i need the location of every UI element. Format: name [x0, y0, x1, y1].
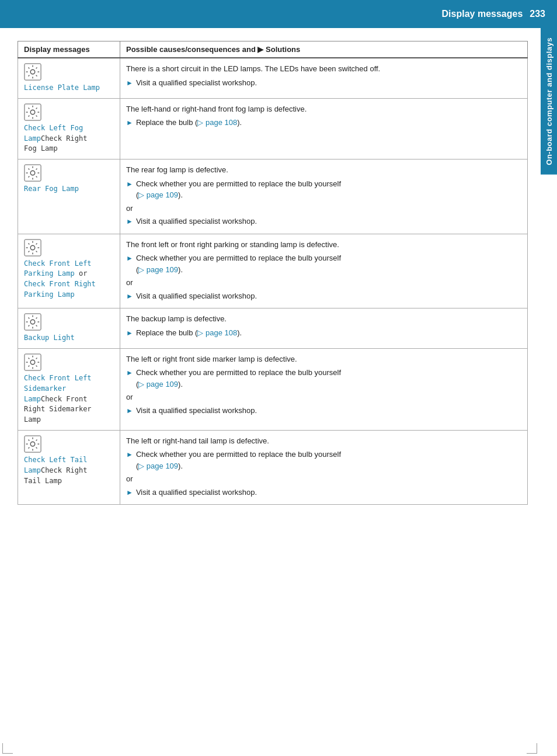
svg-line-59: [29, 366, 30, 367]
svg-line-19: [29, 115, 30, 116]
svg-line-69: [29, 448, 30, 449]
svg-line-39: [29, 251, 30, 252]
display-message-label: Check Front LeftSidemarkerLampCheck Fron…: [24, 373, 92, 425]
svg-line-6: [29, 68, 30, 69]
svg-line-26: [29, 169, 30, 170]
table-row: Check Left FogLampCheck RightFog LampThe…: [18, 98, 528, 159]
side-tab-label: On-board computer and displays: [545, 37, 553, 165]
svg-line-46: [29, 318, 30, 319]
causes-cell-4: The backup lamp is defective. ►Replace t…: [120, 308, 528, 349]
causes-cell-5: The left or right front side marker lamp…: [120, 348, 528, 430]
svg-line-27: [36, 176, 37, 178]
svg-point-41: [30, 320, 35, 324]
header-page: 233: [530, 9, 545, 19]
svg-line-68: [36, 439, 37, 441]
lamp-warning-icon: [24, 164, 41, 182]
svg-line-36: [29, 243, 30, 244]
svg-line-8: [36, 68, 37, 69]
causes-cell-3: The front left or front right parking or…: [120, 234, 528, 308]
col-header-display: Display messages: [18, 41, 120, 58]
causes-cell-6: The left or right-hand tail lamp is defe…: [120, 430, 528, 505]
svg-line-18: [36, 107, 37, 109]
svg-line-56: [29, 358, 30, 359]
svg-line-7: [36, 75, 37, 77]
lamp-warning-icon: [24, 313, 41, 331]
header-bar: Display messages 233: [0, 0, 557, 28]
causes-cell-1: The left-hand or right-hand front fog la…: [120, 98, 528, 159]
svg-point-51: [30, 360, 35, 365]
main-content: Display messages Possible causes/consequ…: [18, 35, 528, 744]
table-row: Check Front LeftParking Lamp orCheck Fro…: [18, 234, 528, 308]
svg-line-47: [36, 325, 37, 327]
svg-line-9: [29, 75, 30, 77]
table-row: Rear Fog LampThe rear fog lamp is defect…: [18, 159, 528, 234]
display-message-label: License Plate Lamp: [24, 83, 100, 93]
table-row: License Plate LampThere is a short circu…: [18, 58, 528, 98]
causes-cell-0: There is a short circuit in the LED lamp…: [120, 58, 528, 98]
display-message-label: Check Left TailLampCheck RightTail Lamp: [24, 455, 87, 486]
svg-point-11: [30, 110, 35, 115]
display-cell-2: Rear Fog Lamp: [18, 159, 120, 234]
display-cell-0: License Plate Lamp: [18, 58, 120, 98]
display-message-label: Rear Fog Lamp: [24, 184, 79, 195]
svg-line-48: [36, 318, 37, 319]
table-row: Backup LightThe backup lamp is defective…: [18, 308, 528, 349]
lamp-warning-icon: [24, 63, 41, 81]
table-row: Check Left TailLampCheck RightTail LampT…: [18, 430, 528, 505]
svg-point-31: [30, 245, 35, 250]
lamp-warning-icon: [24, 435, 41, 453]
display-cell-1: Check Left FogLampCheck RightFog Lamp: [18, 98, 120, 159]
display-message-label: Check Left FogLampCheck RightFog Lamp: [24, 123, 87, 154]
lamp-warning-icon: [24, 239, 41, 256]
display-cell-5: Check Front LeftSidemarkerLampCheck Fron…: [18, 348, 120, 430]
svg-line-37: [36, 251, 37, 252]
svg-line-58: [36, 358, 37, 359]
lamp-warning-icon: [24, 103, 41, 121]
svg-line-57: [36, 366, 37, 367]
svg-point-61: [30, 442, 35, 446]
svg-line-38: [36, 243, 37, 244]
svg-line-66: [29, 439, 30, 441]
svg-line-67: [36, 448, 37, 449]
header-title: Display messages: [442, 9, 523, 19]
svg-line-28: [36, 169, 37, 170]
svg-line-17: [36, 115, 37, 116]
display-cell-3: Check Front LeftParking Lamp orCheck Fro…: [18, 234, 120, 308]
lamp-warning-icon: [24, 353, 41, 371]
table-row: Check Front LeftSidemarkerLampCheck Fron…: [18, 348, 528, 430]
causes-cell-2: The rear fog lamp is defective. ►Check w…: [120, 159, 528, 234]
corner-mark-br: [527, 743, 537, 754]
svg-line-49: [29, 325, 30, 327]
display-cell-6: Check Left TailLampCheck RightTail Lamp: [18, 430, 120, 505]
svg-point-21: [30, 171, 35, 175]
svg-point-1: [30, 70, 35, 74]
svg-line-29: [29, 176, 30, 178]
col-header-causes: Possible causes/consequences and ▶ Solut…: [120, 41, 528, 58]
display-message-label: Check Front LeftParking Lamp orCheck Fro…: [24, 259, 96, 300]
display-message-label: Backup Light: [24, 333, 75, 344]
svg-line-16: [29, 107, 30, 109]
corner-mark-bl: [2, 743, 13, 754]
main-table: Display messages Possible causes/consequ…: [18, 41, 528, 505]
side-tab: On-board computer and displays: [541, 28, 557, 175]
display-cell-4: Backup Light: [18, 308, 120, 349]
